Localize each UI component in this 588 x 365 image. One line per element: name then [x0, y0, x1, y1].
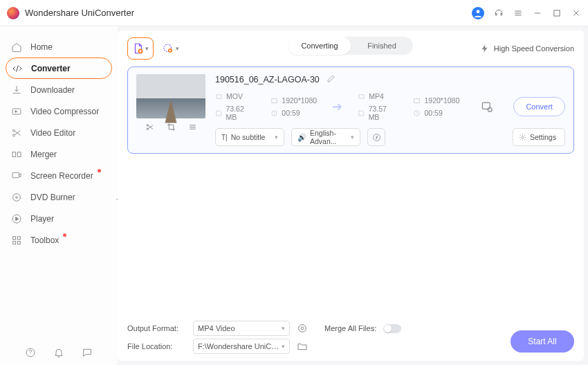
- add-circle-icon: [162, 42, 174, 55]
- crop-icon[interactable]: [167, 123, 176, 132]
- sidebar-item-label: Downloader: [30, 85, 75, 95]
- svg-point-29: [373, 134, 380, 141]
- src-format: MOV: [215, 92, 255, 100]
- sidebar-item-converter[interactable]: Converter: [6, 57, 112, 79]
- src-size: 73.62 MB: [215, 105, 255, 121]
- merge-label: Merge All Files:: [324, 324, 376, 332]
- svg-point-31: [299, 325, 306, 332]
- dst-duration: 00:59: [413, 109, 459, 117]
- play-icon: [11, 213, 22, 224]
- user-avatar-icon[interactable]: [472, 7, 484, 19]
- sidebar-item-merger[interactable]: Merger: [0, 143, 118, 165]
- sidebar-item-toolbox[interactable]: Toolbox: [0, 229, 118, 251]
- open-folder-icon[interactable]: [297, 341, 308, 352]
- sidebar-item-editor[interactable]: Video Editor: [0, 122, 118, 143]
- sidebar-item-recorder[interactable]: Screen Recorder: [0, 165, 118, 186]
- svg-rect-7: [12, 172, 19, 177]
- sidebar: Home Converter Downloader Video Compress…: [0, 26, 118, 365]
- svg-rect-1: [554, 10, 560, 15]
- highspeed-label: High Speed Conversion: [494, 44, 574, 53]
- audio-select[interactable]: 🔊English-Advan...▾: [291, 128, 360, 146]
- sidebar-item-label: Converter: [31, 64, 71, 73]
- bell-icon[interactable]: [53, 347, 64, 358]
- tab-converting[interactable]: Converting: [288, 37, 351, 55]
- trim-icon[interactable]: [145, 123, 154, 132]
- svg-rect-13: [13, 241, 16, 244]
- scissors-icon: [11, 127, 22, 139]
- svg-point-0: [477, 10, 480, 13]
- format-settings-icon[interactable]: [297, 323, 308, 334]
- start-all-button[interactable]: Start All: [511, 330, 574, 353]
- svg-point-9: [16, 196, 18, 198]
- footer: Output Format: MP4 Video▾ Merge All File…: [127, 319, 574, 355]
- effect-icon[interactable]: [188, 123, 197, 132]
- notification-dot-icon: [63, 233, 66, 237]
- svg-rect-12: [17, 236, 20, 239]
- src-resolution: 1920*1080: [270, 96, 317, 105]
- notification-dot-icon: [98, 169, 101, 172]
- rename-icon[interactable]: [327, 74, 336, 85]
- file-location-select[interactable]: F:\Wondershare UniConverter▾: [193, 339, 290, 354]
- app-logo-icon: [7, 7, 19, 19]
- help-icon[interactable]: [25, 347, 36, 358]
- dst-size: 73.57 MB: [358, 105, 398, 121]
- status-tabs: Converting Finished: [288, 37, 413, 55]
- svg-rect-11: [13, 236, 16, 239]
- sidebar-item-label: Home: [30, 42, 53, 52]
- merger-icon: [11, 149, 22, 160]
- src-duration: 00:59: [270, 109, 317, 117]
- convert-button[interactable]: Convert: [513, 97, 565, 116]
- svg-point-8: [13, 193, 21, 201]
- sidebar-item-label: Merger: [30, 150, 57, 159]
- file-location-label: File Location:: [127, 342, 186, 350]
- chevron-down-icon: ▾: [145, 45, 149, 52]
- feedback-icon[interactable]: [82, 347, 93, 358]
- highspeed-toggle[interactable]: High Speed Conversion: [480, 44, 574, 53]
- output-settings-icon[interactable]: [480, 100, 494, 114]
- info-button[interactable]: [367, 128, 385, 146]
- maximize-icon[interactable]: [552, 8, 562, 18]
- sidebar-item-label: Toolbox: [30, 235, 59, 245]
- disc-icon: [11, 192, 22, 203]
- merge-toggle[interactable]: [383, 324, 401, 333]
- add-file-button[interactable]: ▾: [127, 37, 154, 60]
- svg-point-19: [147, 125, 148, 126]
- svg-rect-21: [217, 94, 221, 98]
- sidebar-item-home[interactable]: Home: [0, 36, 118, 57]
- grid-icon: [11, 235, 22, 246]
- arrow-right-icon: ➔: [332, 99, 342, 114]
- svg-point-30: [522, 136, 524, 139]
- sidebar-item-label: Screen Recorder: [30, 171, 93, 181]
- sidebar-item-label: Player: [30, 214, 54, 224]
- output-format-select[interactable]: MP4 Video▾: [193, 321, 290, 336]
- headset-icon[interactable]: [494, 8, 504, 18]
- svg-rect-22: [272, 98, 277, 103]
- home-icon: [11, 42, 22, 53]
- app-title: Wondershare UniConverter: [25, 8, 472, 18]
- sidebar-item-downloader[interactable]: Downloader: [0, 79, 118, 100]
- minimize-icon[interactable]: [533, 8, 542, 18]
- chevron-down-icon: ▾: [176, 45, 179, 52]
- recorder-icon: [11, 170, 22, 181]
- close-icon[interactable]: [571, 8, 581, 18]
- svg-rect-6: [17, 152, 21, 157]
- dst-resolution: 1920*1080: [413, 96, 459, 105]
- sidebar-item-label: DVD Burner: [30, 193, 75, 202]
- tab-finished[interactable]: Finished: [351, 37, 413, 55]
- titlebar: Wondershare UniConverter: [0, 0, 588, 26]
- download-icon: [11, 84, 22, 96]
- add-url-button[interactable]: ▾: [160, 39, 180, 58]
- subtitle-select[interactable]: T|No subtitle▾: [215, 128, 284, 146]
- settings-button[interactable]: Settings: [513, 128, 565, 146]
- sidebar-item-dvd[interactable]: DVD Burner: [0, 186, 118, 208]
- sidebar-item-player[interactable]: Player: [0, 208, 118, 229]
- video-thumbnail[interactable]: [136, 74, 205, 118]
- dst-format: MP4: [358, 92, 398, 100]
- menu-icon[interactable]: [513, 8, 523, 18]
- add-file-icon: [132, 42, 145, 55]
- sidebar-item-compressor[interactable]: Video Compressor: [0, 100, 118, 122]
- output-format-label: Output Format:: [127, 324, 186, 332]
- svg-point-3: [12, 130, 15, 132]
- chevron-down-icon: ▾: [282, 325, 285, 332]
- chevron-down-icon: ▾: [282, 343, 285, 350]
